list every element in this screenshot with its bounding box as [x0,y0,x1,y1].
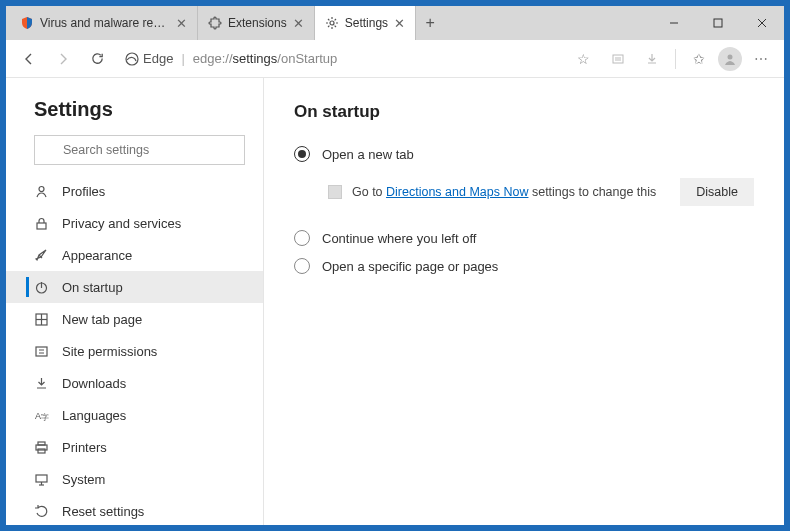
puzzle-icon [208,16,222,30]
svg-rect-2 [714,19,722,27]
sidebar-item-label: On startup [62,280,123,295]
sidebar-item-reset[interactable]: Reset settings [6,495,263,525]
url-text: edge://settings/onStartup [193,51,338,66]
svg-rect-13 [37,223,46,229]
close-icon[interactable]: ✕ [394,16,405,31]
favorite-icon[interactable]: ☆ [577,51,590,67]
settings-sidebar: Settings ProfilesPrivacy and servicesApp… [6,78,264,525]
divider [675,49,676,69]
shield-icon [20,16,34,30]
content-area: Settings ProfilesPrivacy and servicesApp… [6,78,784,525]
sidebar-item-power[interactable]: On startup [6,271,263,303]
sidebar-item-brush[interactable]: Appearance [6,239,263,271]
back-button[interactable] [14,44,44,74]
favorites-icon[interactable]: ✩ [684,44,714,74]
profile-icon [34,184,50,199]
option-label: Open a specific page or pages [322,259,498,274]
startup-option-0[interactable]: Open a new tab [294,140,754,168]
sidebar-item-label: New tab page [62,312,142,327]
gear-icon [325,16,339,30]
sidebar-item-lock[interactable]: Privacy and services [6,207,263,239]
system-icon [34,472,50,487]
tab-label: Virus and malware removal instr [40,16,170,30]
permissions-icon [34,344,50,359]
sidebar-item-profile[interactable]: Profiles [6,175,263,207]
refresh-button[interactable] [82,44,112,74]
sidebar-item-label: Site permissions [62,344,157,359]
tab-label: Settings [345,16,388,30]
sidebar-item-label: Reset settings [62,504,144,519]
address-bar: Edge | edge://settings/onStartup ☆ ✩ ⋯ [6,40,784,78]
sidebar-item-label: Profiles [62,184,105,199]
sidebar-item-printer[interactable]: Printers [6,431,263,463]
tab-1[interactable]: Extensions ✕ [198,6,315,40]
option-label: Continue where you left off [322,231,476,246]
sidebar-nav: ProfilesPrivacy and servicesAppearanceOn… [6,175,263,525]
tab-0[interactable]: Virus and malware removal instr ✕ [10,6,198,40]
sidebar-item-permissions[interactable]: Site permissions [6,335,263,367]
close-icon[interactable]: ✕ [176,16,187,31]
svg-point-0 [330,21,334,25]
maximize-button[interactable] [696,6,740,40]
svg-rect-27 [36,475,47,482]
startup-option-1[interactable]: Continue where you left off [294,224,754,252]
notice-text: Go to Directions and Maps Now settings t… [352,185,656,199]
forward-button[interactable] [48,44,78,74]
download-icon [34,376,50,391]
sidebar-item-label: Printers [62,440,107,455]
svg-point-9 [728,54,733,59]
svg-point-12 [39,186,44,191]
sidebar-item-lang[interactable]: A字Languages [6,399,263,431]
svg-text:字: 字 [41,413,49,422]
new-tab-button[interactable]: + [416,6,444,40]
window-controls [652,6,784,40]
power-icon [34,280,50,295]
startup-option-2[interactable]: Open a specific page or pages [294,252,754,280]
grid-icon [34,312,50,327]
reading-view-icon[interactable] [603,44,633,74]
radio-unselected-icon [294,230,310,246]
scheme-label: Edge [143,51,173,66]
minimize-button[interactable] [652,6,696,40]
printer-icon [34,440,50,455]
reset-icon [34,504,50,519]
svg-rect-19 [36,347,47,356]
main-panel: On startup Open a new tab Go to Directio… [264,78,784,525]
radio-selected-icon [294,146,310,162]
sidebar-item-download[interactable]: Downloads [6,367,263,399]
title-bar: Virus and malware removal instr ✕ Extens… [6,6,784,40]
sidebar-item-label: Languages [62,408,126,423]
page-heading: On startup [294,102,754,122]
option-label: Open a new tab [322,147,414,162]
extension-notice: Go to Directions and Maps Now settings t… [294,168,754,224]
sidebar-item-label: Downloads [62,376,126,391]
sidebar-item-grid[interactable]: New tab page [6,303,263,335]
extension-icon [328,185,342,199]
sidebar-title: Settings [6,98,263,135]
tab-2[interactable]: Settings ✕ [315,6,416,40]
tab-label: Extensions [228,16,287,30]
address-field[interactable]: Edge | edge://settings/onStartup ☆ [116,45,599,73]
close-window-button[interactable] [740,6,784,40]
separator: | [181,51,184,66]
disable-button[interactable]: Disable [680,178,754,206]
tab-strip: Virus and malware removal instr ✕ Extens… [6,6,652,40]
svg-rect-6 [613,55,623,63]
sidebar-item-label: Appearance [62,248,132,263]
downloads-icon[interactable] [637,44,667,74]
sidebar-item-label: System [62,472,105,487]
sidebar-item-system[interactable]: System [6,463,263,495]
sidebar-item-label: Privacy and services [62,216,181,231]
extension-link[interactable]: Directions and Maps Now [386,185,528,199]
close-icon[interactable]: ✕ [293,16,304,31]
lock-icon [34,216,50,231]
lang-icon: A字 [34,408,50,423]
radio-unselected-icon [294,258,310,274]
browser-window: Virus and malware removal instr ✕ Extens… [6,6,784,525]
more-icon[interactable]: ⋯ [746,44,776,74]
brush-icon [34,248,50,263]
search-input[interactable] [34,135,245,165]
profile-avatar[interactable] [718,47,742,71]
edge-icon: Edge [125,51,173,66]
